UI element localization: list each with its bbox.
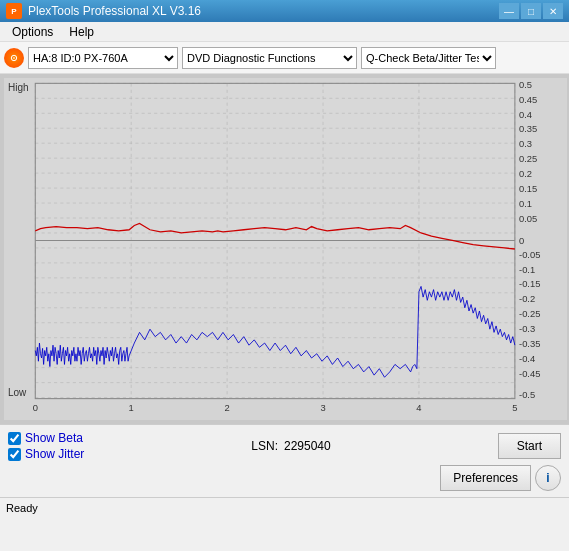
toolbar: ⊙ HA:8 ID:0 PX-760A DVD Diagnostic Funct… xyxy=(0,42,569,74)
svg-text:-0.4: -0.4 xyxy=(519,353,535,364)
svg-text:0.45: 0.45 xyxy=(519,93,537,104)
svg-text:0.3: 0.3 xyxy=(519,138,532,149)
svg-text:0: 0 xyxy=(519,235,524,246)
status-text: Ready xyxy=(6,502,38,514)
svg-text:1: 1 xyxy=(129,402,134,413)
checkbox-group: Show Beta Show Jitter xyxy=(8,431,84,461)
lsn-area: LSN: 2295040 xyxy=(251,439,330,453)
show-jitter-checkbox[interactable] xyxy=(8,448,21,461)
show-jitter-item: Show Jitter xyxy=(8,447,84,461)
svg-text:-0.5: -0.5 xyxy=(519,388,535,399)
svg-text:-0.25: -0.25 xyxy=(519,308,540,319)
menu-bar: Options Help xyxy=(0,22,569,42)
status-bar: Ready xyxy=(0,497,569,517)
svg-text:5: 5 xyxy=(512,402,517,413)
bottom-buttons: Preferences i xyxy=(440,465,561,491)
lsn-value: 2295040 xyxy=(284,439,331,453)
drive-icon: ⊙ xyxy=(4,48,24,68)
menu-help[interactable]: Help xyxy=(61,23,102,41)
show-beta-item: Show Beta xyxy=(8,431,84,445)
svg-text:4: 4 xyxy=(416,402,421,413)
show-beta-label: Show Beta xyxy=(25,431,83,445)
menu-options[interactable]: Options xyxy=(4,23,61,41)
svg-text:0.15: 0.15 xyxy=(519,183,537,194)
info-button[interactable]: i xyxy=(535,465,561,491)
app-title: PlexTools Professional XL V3.16 xyxy=(28,4,201,18)
test-select[interactable]: Q-Check Beta/Jitter Test xyxy=(361,47,496,69)
svg-text:2: 2 xyxy=(224,402,229,413)
svg-text:-0.3: -0.3 xyxy=(519,323,535,334)
svg-text:3: 3 xyxy=(320,402,325,413)
svg-text:0.25: 0.25 xyxy=(519,153,537,164)
lsn-label: LSN: xyxy=(251,439,278,453)
svg-text:-0.45: -0.45 xyxy=(519,368,540,379)
drive-select[interactable]: HA:8 ID:0 PX-760A xyxy=(28,47,178,69)
svg-text:-0.35: -0.35 xyxy=(519,338,540,349)
app-logo: P xyxy=(6,3,22,19)
chart-svg: 0.5 0.45 0.4 0.35 0.3 0.25 0.2 0.15 0.1 … xyxy=(4,78,567,420)
show-jitter-label: Show Jitter xyxy=(25,447,84,461)
chart-inner: High Low xyxy=(4,78,567,420)
svg-text:-0.1: -0.1 xyxy=(519,263,535,274)
svg-text:0.4: 0.4 xyxy=(519,108,532,119)
close-button[interactable]: ✕ xyxy=(543,3,563,19)
svg-text:0.35: 0.35 xyxy=(519,123,537,134)
start-button[interactable]: Start xyxy=(498,433,561,459)
minimize-button[interactable]: — xyxy=(499,3,519,19)
show-beta-checkbox[interactable] xyxy=(8,432,21,445)
svg-text:-0.05: -0.05 xyxy=(519,248,540,259)
preferences-row: Preferences i xyxy=(8,465,561,491)
svg-text:0.05: 0.05 xyxy=(519,213,537,224)
svg-text:-0.15: -0.15 xyxy=(519,278,540,289)
svg-text:0.2: 0.2 xyxy=(519,168,532,179)
svg-text:0.1: 0.1 xyxy=(519,198,532,209)
preferences-button[interactable]: Preferences xyxy=(440,465,531,491)
function-select[interactable]: DVD Diagnostic Functions xyxy=(182,47,357,69)
maximize-button[interactable]: □ xyxy=(521,3,541,19)
svg-text:0.5: 0.5 xyxy=(519,79,532,90)
bottom-area: Show Beta Show Jitter LSN: 2295040 Start… xyxy=(0,424,569,497)
chart-container: High Low xyxy=(0,74,569,424)
window-controls: — □ ✕ xyxy=(499,3,563,19)
svg-text:0: 0 xyxy=(33,402,38,413)
controls-row: Show Beta Show Jitter LSN: 2295040 Start xyxy=(8,431,561,461)
title-bar: P PlexTools Professional XL V3.16 — □ ✕ xyxy=(0,0,569,22)
svg-text:-0.2: -0.2 xyxy=(519,293,535,304)
